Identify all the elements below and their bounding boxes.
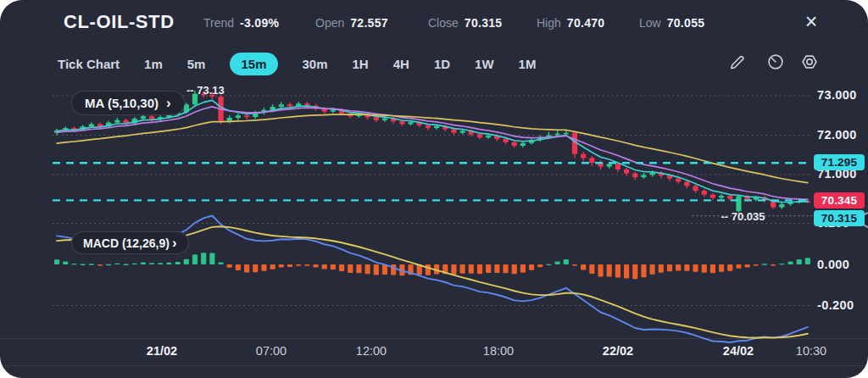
stat-low-value: 70.055 bbox=[667, 16, 705, 30]
order-level-badge-upper[interactable]: 71.295 bbox=[814, 154, 865, 170]
interval-4h[interactable]: 4H bbox=[393, 57, 409, 71]
trading-chart-window: -- 73.13-- 70.035 CL-OIL-STD Trend-3.09%… bbox=[0, 0, 868, 378]
close-icon[interactable]: × bbox=[798, 8, 824, 34]
stat-trend-value: -3.09% bbox=[240, 16, 279, 30]
macd-indicator-label: MACD (12,26,9) bbox=[83, 236, 170, 250]
order-level-badge-lower[interactable]: 70.315 bbox=[814, 210, 865, 226]
stat-high: High70.470 bbox=[537, 16, 604, 30]
price-label-72: 72.000 bbox=[817, 128, 857, 142]
svg-text:-- 70.035: -- 70.035 bbox=[721, 210, 765, 223]
price-label-73: 73.000 bbox=[817, 88, 857, 102]
stat-open: Open72.557 bbox=[315, 16, 388, 30]
stat-high-label: High bbox=[537, 16, 561, 30]
interval-30m[interactable]: 30m bbox=[303, 57, 328, 71]
last-price-badge: 70.345 bbox=[814, 192, 865, 208]
draw-pencil-icon[interactable] bbox=[729, 53, 748, 71]
svg-text:-- 73.13: -- 73.13 bbox=[186, 84, 225, 97]
stat-low-label: Low bbox=[639, 16, 661, 30]
stat-low: Low70.055 bbox=[639, 16, 704, 30]
interval-15m-active[interactable]: 15m bbox=[230, 53, 277, 75]
timeframe-toolbar: Tick Chart 1m 5m 15m 30m 1H 4H 1D 1W 1M bbox=[58, 49, 536, 78]
stat-close: Close70.315 bbox=[428, 16, 502, 30]
stat-high-value: 70.470 bbox=[567, 16, 605, 30]
time-tick-2202: 22/02 bbox=[603, 344, 633, 358]
time-tick-1800: 18:00 bbox=[483, 344, 514, 358]
stat-trend: Trend-3.09% bbox=[203, 16, 279, 30]
macd-label-neg: -0.200 bbox=[817, 298, 854, 312]
stat-open-value: 72.557 bbox=[350, 16, 388, 30]
time-tick-1200: 12:00 bbox=[356, 344, 387, 358]
interval-5m[interactable]: 5m bbox=[187, 57, 206, 71]
settings-gear-icon[interactable] bbox=[800, 53, 819, 71]
ma-indicator-pill[interactable]: MA (5,10,30) › bbox=[71, 91, 185, 115]
chart-panel: -- 73.13-- 70.035 CL-OIL-STD Trend-3.09%… bbox=[0, 0, 868, 378]
stat-trend-label: Trend bbox=[203, 16, 234, 30]
macd-indicator-pill[interactable]: MACD (12,26,9) › bbox=[71, 231, 189, 254]
interval-1d[interactable]: 1D bbox=[434, 57, 450, 71]
time-tick-1030: 10:30 bbox=[796, 344, 826, 358]
time-tick-0700: 07:00 bbox=[256, 344, 287, 358]
time-tick-2102: 21/02 bbox=[147, 344, 177, 358]
macd-label-zero: 0.000 bbox=[817, 258, 849, 271]
symbol-title: CL-OIL-STD bbox=[64, 11, 175, 33]
time-tick-2402: 24/02 bbox=[723, 344, 754, 358]
stat-close-label: Close bbox=[428, 16, 459, 30]
ma-indicator-label: MA (5,10,30) bbox=[85, 96, 159, 110]
stat-close-value: 70.315 bbox=[465, 16, 503, 30]
chevron-right-icon: › bbox=[172, 236, 177, 250]
tick-chart-button[interactable]: Tick Chart bbox=[58, 57, 120, 71]
interval-1mo[interactable]: 1M bbox=[519, 57, 537, 71]
interval-1w[interactable]: 1W bbox=[475, 57, 494, 71]
interval-1m[interactable]: 1m bbox=[144, 57, 163, 71]
interval-1h[interactable]: 1H bbox=[353, 57, 369, 71]
chevron-right-icon: › bbox=[166, 96, 171, 110]
stat-open-label: Open bbox=[315, 16, 344, 30]
gauge-timer-icon[interactable] bbox=[766, 53, 785, 71]
time-axis-divider-bottom bbox=[0, 365, 868, 366]
time-axis-divider-top bbox=[0, 338, 868, 339]
